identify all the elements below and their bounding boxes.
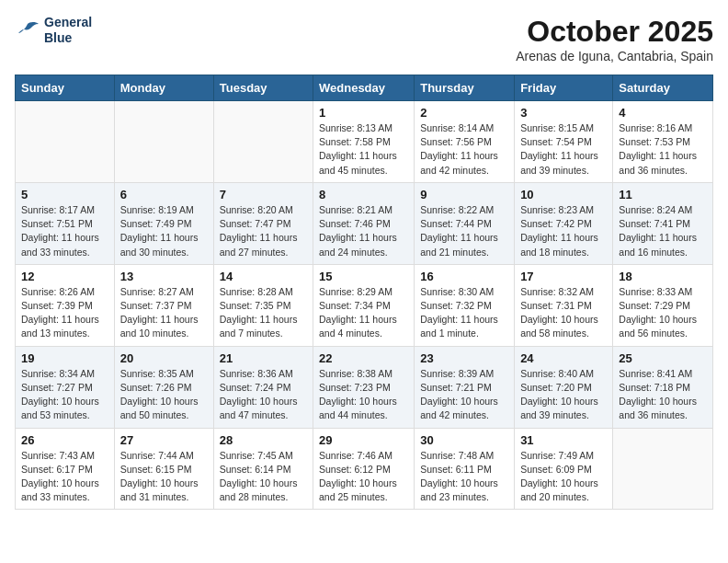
- calendar-day-cell: [613, 428, 713, 510]
- calendar-day-cell: 6Sunrise: 8:19 AM Sunset: 7:49 PM Daylig…: [114, 182, 213, 264]
- calendar-day-cell: 12Sunrise: 8:26 AM Sunset: 7:39 PM Dayli…: [16, 264, 115, 346]
- calendar-day-cell: 9Sunrise: 8:22 AM Sunset: 7:44 PM Daylig…: [415, 182, 515, 264]
- day-info: Sunrise: 8:34 AM Sunset: 7:27 PM Dayligh…: [21, 367, 108, 423]
- calendar-day-cell: 13Sunrise: 8:27 AM Sunset: 7:37 PM Dayli…: [114, 264, 213, 346]
- calendar-week-row: 26Sunrise: 7:43 AM Sunset: 6:17 PM Dayli…: [16, 428, 713, 510]
- day-info: Sunrise: 8:24 AM Sunset: 7:41 PM Dayligh…: [619, 203, 707, 259]
- calendar-day-cell: 29Sunrise: 7:46 AM Sunset: 6:12 PM Dayli…: [313, 428, 415, 510]
- day-number: 21: [220, 351, 307, 365]
- calendar-day-cell: 30Sunrise: 7:48 AM Sunset: 6:11 PM Dayli…: [415, 428, 515, 510]
- day-number: 9: [420, 188, 508, 201]
- day-number: 7: [220, 188, 307, 201]
- calendar-day-cell: 26Sunrise: 7:43 AM Sunset: 6:17 PM Dayli…: [16, 428, 115, 510]
- title-block: October 2025 Arenas de Iguna, Cantabria,…: [516, 15, 713, 63]
- calendar-day-cell: [114, 101, 213, 183]
- day-number: 31: [520, 433, 607, 447]
- day-number: 3: [520, 106, 607, 120]
- weekday-header-sunday: Sunday: [16, 75, 115, 101]
- calendar-day-cell: 24Sunrise: 8:40 AM Sunset: 7:20 PM Dayli…: [515, 346, 613, 428]
- day-number: 17: [520, 270, 607, 283]
- month-title: October 2025: [516, 15, 713, 49]
- calendar-day-cell: 28Sunrise: 7:45 AM Sunset: 6:14 PM Dayli…: [213, 428, 313, 510]
- calendar-day-cell: 14Sunrise: 8:28 AM Sunset: 7:35 PM Dayli…: [213, 264, 313, 346]
- weekday-header-monday: Monday: [114, 75, 213, 101]
- day-info: Sunrise: 8:32 AM Sunset: 7:31 PM Dayligh…: [520, 285, 607, 341]
- calendar-day-cell: 31Sunrise: 7:49 AM Sunset: 6:09 PM Dayli…: [515, 428, 613, 510]
- day-info: Sunrise: 8:33 AM Sunset: 7:29 PM Dayligh…: [619, 285, 707, 341]
- day-number: 5: [21, 188, 108, 201]
- day-info: Sunrise: 8:22 AM Sunset: 7:44 PM Dayligh…: [420, 203, 508, 259]
- day-info: Sunrise: 8:35 AM Sunset: 7:26 PM Dayligh…: [120, 367, 208, 423]
- day-number: 22: [319, 351, 408, 365]
- calendar-day-cell: 22Sunrise: 8:38 AM Sunset: 7:23 PM Dayli…: [313, 346, 415, 428]
- day-number: 23: [420, 351, 508, 365]
- calendar-week-row: 12Sunrise: 8:26 AM Sunset: 7:39 PM Dayli…: [16, 264, 713, 346]
- day-number: 20: [120, 351, 208, 365]
- day-number: 4: [619, 106, 707, 120]
- calendar-week-row: 5Sunrise: 8:17 AM Sunset: 7:51 PM Daylig…: [16, 182, 713, 264]
- calendar-day-cell: 11Sunrise: 8:24 AM Sunset: 7:41 PM Dayli…: [613, 182, 713, 264]
- calendar-day-cell: 16Sunrise: 8:30 AM Sunset: 7:32 PM Dayli…: [415, 264, 515, 346]
- calendar-day-cell: [213, 101, 313, 183]
- day-info: Sunrise: 7:44 AM Sunset: 6:15 PM Dayligh…: [120, 449, 208, 505]
- day-info: Sunrise: 8:41 AM Sunset: 7:18 PM Dayligh…: [619, 367, 707, 423]
- day-number: 26: [21, 433, 108, 447]
- day-number: 6: [120, 188, 208, 201]
- calendar-day-cell: 3Sunrise: 8:15 AM Sunset: 7:54 PM Daylig…: [515, 101, 613, 183]
- calendar-day-cell: 4Sunrise: 8:16 AM Sunset: 7:53 PM Daylig…: [613, 101, 713, 183]
- day-info: Sunrise: 8:21 AM Sunset: 7:46 PM Dayligh…: [319, 203, 408, 259]
- weekday-header-wednesday: Wednesday: [313, 75, 415, 101]
- weekday-header-thursday: Thursday: [415, 75, 515, 101]
- calendar-week-row: 19Sunrise: 8:34 AM Sunset: 7:27 PM Dayli…: [16, 346, 713, 428]
- day-info: Sunrise: 8:17 AM Sunset: 7:51 PM Dayligh…: [21, 203, 108, 259]
- day-info: Sunrise: 8:13 AM Sunset: 7:58 PM Dayligh…: [319, 121, 408, 178]
- logo-icon: [15, 20, 40, 40]
- day-number: 14: [220, 270, 307, 283]
- day-info: Sunrise: 8:30 AM Sunset: 7:32 PM Dayligh…: [420, 285, 508, 341]
- calendar-day-cell: 18Sunrise: 8:33 AM Sunset: 7:29 PM Dayli…: [613, 264, 713, 346]
- day-info: Sunrise: 8:40 AM Sunset: 7:20 PM Dayligh…: [520, 367, 607, 423]
- calendar-day-cell: 21Sunrise: 8:36 AM Sunset: 7:24 PM Dayli…: [213, 346, 313, 428]
- day-number: 27: [120, 433, 208, 447]
- day-info: Sunrise: 8:38 AM Sunset: 7:23 PM Dayligh…: [319, 367, 408, 423]
- day-info: Sunrise: 8:14 AM Sunset: 7:56 PM Dayligh…: [420, 121, 508, 178]
- calendar-day-cell: 1Sunrise: 8:13 AM Sunset: 7:58 PM Daylig…: [313, 101, 415, 183]
- calendar-day-cell: 20Sunrise: 8:35 AM Sunset: 7:26 PM Dayli…: [114, 346, 213, 428]
- day-info: Sunrise: 8:27 AM Sunset: 7:37 PM Dayligh…: [120, 285, 208, 341]
- calendar-day-cell: 7Sunrise: 8:20 AM Sunset: 7:47 PM Daylig…: [213, 182, 313, 264]
- day-number: 8: [319, 188, 408, 201]
- day-info: Sunrise: 7:46 AM Sunset: 6:12 PM Dayligh…: [319, 449, 408, 505]
- day-info: Sunrise: 8:28 AM Sunset: 7:35 PM Dayligh…: [220, 285, 307, 341]
- day-number: 11: [619, 188, 707, 201]
- calendar-week-row: 1Sunrise: 8:13 AM Sunset: 7:58 PM Daylig…: [16, 101, 713, 183]
- day-info: Sunrise: 8:29 AM Sunset: 7:34 PM Dayligh…: [319, 285, 408, 341]
- calendar-day-cell: [16, 101, 115, 183]
- calendar-day-cell: 25Sunrise: 8:41 AM Sunset: 7:18 PM Dayli…: [613, 346, 713, 428]
- day-number: 18: [619, 270, 707, 283]
- calendar-day-cell: 17Sunrise: 8:32 AM Sunset: 7:31 PM Dayli…: [515, 264, 613, 346]
- weekday-header-friday: Friday: [515, 75, 613, 101]
- day-number: 30: [420, 433, 508, 447]
- day-number: 16: [420, 270, 508, 283]
- calendar-day-cell: 10Sunrise: 8:23 AM Sunset: 7:42 PM Dayli…: [515, 182, 613, 264]
- day-number: 2: [420, 106, 508, 120]
- day-number: 25: [619, 351, 707, 365]
- logo-text: General Blue: [44, 15, 92, 46]
- logo: General Blue: [15, 15, 92, 46]
- calendar-day-cell: 5Sunrise: 8:17 AM Sunset: 7:51 PM Daylig…: [16, 182, 115, 264]
- calendar-day-cell: 8Sunrise: 8:21 AM Sunset: 7:46 PM Daylig…: [313, 182, 415, 264]
- day-info: Sunrise: 7:49 AM Sunset: 6:09 PM Dayligh…: [520, 449, 607, 505]
- day-info: Sunrise: 8:36 AM Sunset: 7:24 PM Dayligh…: [220, 367, 307, 423]
- day-info: Sunrise: 8:39 AM Sunset: 7:21 PM Dayligh…: [420, 367, 508, 423]
- day-number: 12: [21, 270, 108, 283]
- day-number: 29: [319, 433, 408, 447]
- calendar-day-cell: 15Sunrise: 8:29 AM Sunset: 7:34 PM Dayli…: [313, 264, 415, 346]
- weekday-header-tuesday: Tuesday: [213, 75, 313, 101]
- day-info: Sunrise: 7:45 AM Sunset: 6:14 PM Dayligh…: [220, 449, 307, 505]
- day-number: 1: [319, 106, 408, 120]
- day-info: Sunrise: 8:16 AM Sunset: 7:53 PM Dayligh…: [619, 121, 707, 178]
- day-info: Sunrise: 8:20 AM Sunset: 7:47 PM Dayligh…: [220, 203, 307, 259]
- day-info: Sunrise: 7:48 AM Sunset: 6:11 PM Dayligh…: [420, 449, 508, 505]
- calendar-day-cell: 2Sunrise: 8:14 AM Sunset: 7:56 PM Daylig…: [415, 101, 515, 183]
- calendar-day-cell: 23Sunrise: 8:39 AM Sunset: 7:21 PM Dayli…: [415, 346, 515, 428]
